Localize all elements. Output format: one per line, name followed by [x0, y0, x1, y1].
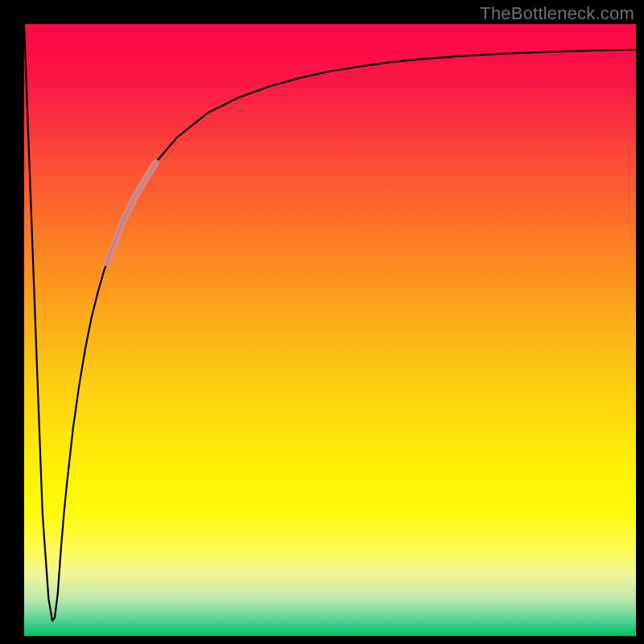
series-highlight-segment — [107, 163, 156, 263]
chart-frame: TheBottleneck.com — [0, 0, 644, 644]
plot-area — [24, 24, 636, 636]
watermark-label: TheBottleneck.com — [480, 3, 634, 24]
series-curve — [24, 24, 636, 621]
curve-layer — [24, 24, 636, 636]
